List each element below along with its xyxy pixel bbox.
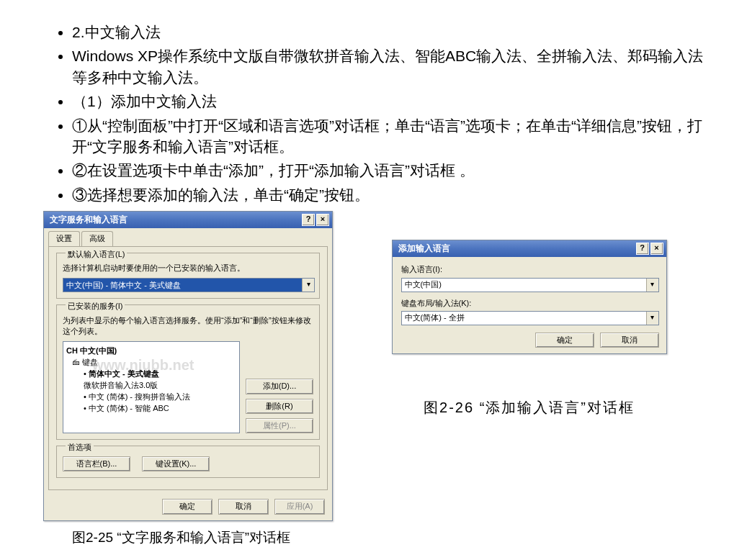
apply-button[interactable]: 应用(A) (274, 499, 325, 514)
remove-button[interactable]: 删除(R) (246, 399, 313, 414)
add-button[interactable]: 添加(D)... (246, 379, 313, 394)
tree-item: • 中文 (简体) - 搜狗拼音输入法 (84, 391, 236, 402)
add-input-language-dialog: 添加输入语言 ? × 输入语言(I): 中文(中国) ▾ 键盘布局/输入法(K)… (392, 240, 667, 354)
tree-keyboard: 🖮 键盘 (72, 356, 236, 368)
group-title: 首选项 (66, 442, 94, 453)
installed-hint: 为列表中显示的每个输入语言选择服务。使用“添加”和“删除”按钮来修改这个列表。 (63, 315, 313, 338)
ok-button[interactable]: 确定 (162, 499, 213, 514)
preferences-group: 首选项 语言栏(B)... 键设置(K)... (56, 446, 320, 478)
tree-item: • 中文 (简体) - 智能 ABC (84, 402, 236, 414)
select-value: 中文(中国) - 简体中文 - 美式键盘 (63, 280, 302, 291)
keyboard-layout-label: 键盘布局/输入法(K): (401, 298, 658, 309)
input-language-label: 输入语言(I): (401, 264, 658, 275)
input-language-select[interactable]: 中文(中国) ▾ (401, 278, 659, 292)
dialog-footer: 确定 取消 应用(A) (44, 494, 332, 520)
text-services-dialog: 文字服务和输入语言 ? × 设置 高级 默认输入语言(L) 选择计算机启动时要使… (43, 211, 333, 521)
bullet-item: （1）添加中文输入法 (72, 91, 704, 112)
services-listbox[interactable]: CH 中文(中国) 🖮 键盘 • 简体中文 - 美式键盘 微软拼音输入法3.0版… (63, 341, 240, 433)
select-value: 中文(简体) - 全拼 (402, 312, 646, 323)
help-button[interactable]: ? (302, 214, 315, 226)
bullet-list: 2.中文输入法 Windows XP操作系统中文版自带微软拼音输入法、智能ABC… (43, 22, 704, 205)
dialog-title: 文字服务和输入语言 (50, 214, 128, 226)
titlebar: 文字服务和输入语言 ? × (44, 212, 332, 228)
cancel-button[interactable]: 取消 (600, 333, 659, 348)
bullet-item: ②在设置选项卡中单击“添加”，打开“添加输入语言”对话框 。 (72, 160, 704, 181)
tab-panel: 默认输入语言(L) 选择计算机启动时要使用的一个已安装的输入语言。 中文(中国)… (48, 246, 328, 491)
tree-root: CH 中文(中国) (66, 345, 236, 356)
help-button[interactable]: ? (636, 243, 649, 255)
tree-item: • 简体中文 - 美式键盘 (84, 368, 236, 379)
bullet-item: ①从“控制面板”中打开“区域和语言选项”对话框；单击“语言”选项卡；在单击“详细… (72, 115, 704, 158)
group-title: 已安装的服务(I) (66, 301, 125, 312)
titlebar: 添加输入语言 ? × (393, 240, 666, 257)
select-value: 中文(中国) (402, 279, 646, 290)
chevron-down-icon: ▾ (302, 279, 314, 292)
installed-services-group: 已安装的服务(I) 为列表中显示的每个输入语言选择服务。使用“添加”和“删除”按… (56, 304, 320, 440)
cancel-button[interactable]: 取消 (218, 499, 269, 514)
chevron-down-icon: ▾ (646, 312, 658, 325)
bullet-item: Windows XP操作系统中文版自带微软拼音输入法、智能ABC输入法、全拼输入… (72, 45, 704, 88)
ok-button[interactable]: 确定 (535, 333, 594, 348)
properties-button[interactable]: 属性(P)... (246, 418, 313, 433)
bullet-item: 2.中文输入法 (72, 22, 704, 42)
default-language-group: 默认输入语言(L) 选择计算机启动时要使用的一个已安装的输入语言。 中文(中国)… (56, 253, 320, 299)
bullet-item: ③选择想要添加的输入法，单击“确定”按钮。 (72, 184, 704, 205)
dialog-title: 添加输入语言 (398, 243, 450, 255)
close-button[interactable]: × (316, 214, 329, 226)
tree-item: 微软拼音输入法3.0版 (84, 379, 236, 391)
close-button[interactable]: × (650, 243, 663, 255)
dialog-footer: 确定 取消 (393, 328, 666, 353)
figure-caption-2-26: 图2-26 “添加输入语言”对话框 (354, 397, 704, 417)
keyboard-layout-select[interactable]: 中文(简体) - 全拼 ▾ (401, 311, 659, 325)
language-bar-button[interactable]: 语言栏(B)... (63, 456, 130, 471)
tab-settings[interactable]: 设置 (48, 231, 80, 245)
tab-advanced[interactable]: 高级 (81, 231, 113, 245)
default-hint: 选择计算机启动时要使用的一个已安装的输入语言。 (63, 263, 313, 274)
key-settings-button[interactable]: 键设置(K)... (142, 456, 210, 471)
default-language-select[interactable]: 中文(中国) - 简体中文 - 美式键盘 ▾ (63, 278, 315, 292)
group-title: 默认输入语言(L) (66, 249, 127, 260)
chevron-down-icon: ▾ (646, 279, 658, 292)
figure-caption-2-25: 图2-25 “文字服务和输入语言”对话框 (72, 528, 704, 548)
tab-strip: 设置 高级 (44, 228, 332, 245)
